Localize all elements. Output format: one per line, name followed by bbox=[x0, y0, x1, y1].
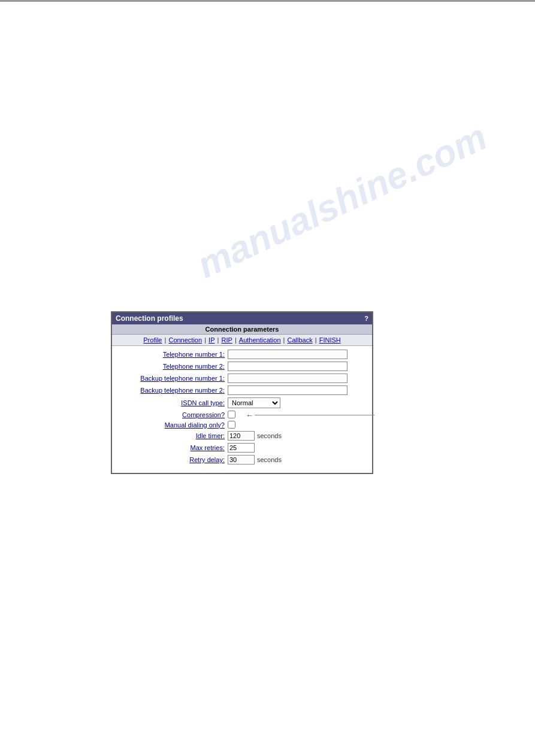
telephone-number-2-row: Telephone number 2: bbox=[117, 362, 367, 371]
tab-rip[interactable]: RIP bbox=[221, 336, 232, 344]
retry-delay-unit: seconds bbox=[257, 456, 282, 463]
retry-delay-input[interactable] bbox=[228, 455, 255, 464]
backup-telephone-1-row: Backup telephone number 1: bbox=[117, 374, 367, 383]
max-retries-label: Max retries: bbox=[117, 444, 228, 451]
compression-label: Compression? bbox=[117, 411, 228, 418]
backup-telephone-2-row: Backup telephone number 2: bbox=[117, 385, 367, 395]
telephone-number-1-row: Telephone number 1: bbox=[117, 350, 367, 359]
tab-finish[interactable]: FINISH bbox=[319, 336, 341, 344]
compression-checkbox[interactable] bbox=[228, 411, 235, 418]
isdn-call-type-row: ISDN call type: Normal 64K 56K V.110 960… bbox=[117, 397, 367, 408]
compression-arrow-icon: ← bbox=[246, 410, 253, 419]
backup-telephone-1-label: Backup telephone number 1: bbox=[117, 375, 228, 382]
idle-timer-label: Idle timer: bbox=[117, 432, 228, 439]
compression-row: Compression? ← bbox=[117, 411, 367, 418]
tab-connection[interactable]: Connection bbox=[168, 336, 202, 344]
line-3 bbox=[0, 1, 535, 2]
backup-telephone-1-input[interactable] bbox=[228, 374, 347, 383]
tab-callback[interactable]: Callback bbox=[288, 336, 313, 344]
idle-timer-row: Idle timer: seconds bbox=[117, 431, 367, 441]
idle-timer-unit: seconds bbox=[257, 432, 282, 439]
dialog-help-button[interactable]: ? bbox=[364, 315, 368, 322]
dialog-titlebar: Connection profiles ? bbox=[112, 312, 372, 324]
idle-timer-input[interactable] bbox=[228, 431, 255, 441]
max-retries-input[interactable] bbox=[228, 443, 255, 453]
tab-ip[interactable]: IP bbox=[208, 336, 214, 344]
connection-profiles-dialog: Connection profiles ? Connection paramet… bbox=[111, 311, 373, 474]
dialog-tabs: Profile | Connection | IP | RIP | Authen… bbox=[112, 335, 372, 346]
manual-dialing-checkbox[interactable] bbox=[228, 421, 235, 429]
retry-delay-label: Retry delay: bbox=[117, 456, 228, 463]
compression-line bbox=[255, 415, 374, 415]
manual-dialing-row: Manual dialing only? bbox=[117, 421, 367, 429]
telephone-number-1-label: Telephone number 1: bbox=[117, 351, 228, 358]
watermark: manualshine.com bbox=[191, 116, 494, 287]
page-lines bbox=[0, 0, 535, 2]
dialog-title: Connection profiles bbox=[116, 314, 183, 323]
telephone-number-2-label: Telephone number 2: bbox=[117, 363, 228, 370]
telephone-number-1-input[interactable] bbox=[228, 350, 347, 359]
isdn-call-type-select[interactable]: Normal 64K 56K V.110 9600 V.110 19200 V.… bbox=[228, 397, 280, 408]
telephone-number-2-input[interactable] bbox=[228, 362, 347, 371]
tab-authentication[interactable]: Authentication bbox=[239, 336, 281, 344]
retry-delay-row: Retry delay: seconds bbox=[117, 455, 367, 464]
isdn-call-type-label: ISDN call type: bbox=[117, 399, 228, 406]
tab-profile[interactable]: Profile bbox=[143, 336, 162, 344]
manual-dialing-label: Manual dialing only? bbox=[117, 421, 228, 429]
dialog-section-header: Connection parameters bbox=[112, 324, 372, 335]
max-retries-row: Max retries: bbox=[117, 443, 367, 453]
backup-telephone-2-label: Backup telephone number 2: bbox=[117, 387, 228, 394]
backup-telephone-2-input[interactable] bbox=[228, 385, 347, 395]
dialog-body: Telephone number 1: Telephone number 2: … bbox=[112, 346, 372, 473]
